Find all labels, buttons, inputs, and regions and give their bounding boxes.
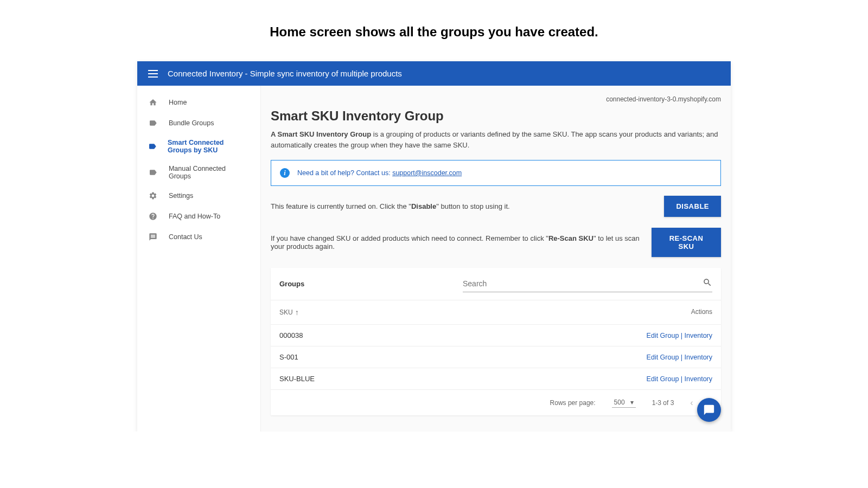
row-actions: Edit Group | Inventory [647, 375, 712, 383]
rescan-text: If you have changed SKU or added product… [271, 234, 652, 251]
sidebar-item-label: FAQ and How-To [169, 213, 220, 220]
label-icon [148, 142, 157, 151]
rescan-row: If you have changed SKU or added product… [271, 228, 721, 257]
table-row: 000038 Edit Group | Inventory [271, 324, 721, 346]
chat-fab[interactable] [697, 398, 721, 422]
gear-icon [148, 191, 158, 201]
sku-cell: 000038 [279, 331, 303, 339]
desc-lead: A Smart SKU Inventory Group [271, 130, 371, 138]
edit-group-link[interactable]: Edit Group [647, 354, 679, 361]
sidebar-item-smart-connected[interactable]: Smart Connected Groups by SKU [137, 133, 260, 159]
sidebar-item-settings[interactable]: Settings [137, 185, 260, 206]
page-description: A Smart SKU Inventory Group is a groupin… [271, 129, 721, 150]
sidebar-item-label: Bundle Groups [169, 119, 214, 127]
table-footer: Rows per page: 500 ▾ 1-3 of 3 ‹ › [271, 389, 721, 415]
prev-page-button[interactable]: ‹ [690, 398, 693, 408]
sidebar-item-label: Settings [169, 192, 193, 200]
menu-icon[interactable] [148, 70, 158, 78]
search-field[interactable] [463, 275, 712, 292]
info-icon: i [280, 168, 290, 178]
groups-title: Groups [279, 280, 304, 288]
support-email-link[interactable]: support@inscoder.com [392, 169, 462, 177]
chat-bubble-icon [703, 404, 715, 416]
search-icon[interactable] [703, 278, 712, 290]
label-icon [148, 118, 158, 128]
label-icon [148, 168, 158, 177]
home-icon [148, 98, 158, 107]
sidebar-item-label: Contact Us [169, 233, 202, 241]
row-actions: Edit Group | Inventory [647, 332, 712, 339]
sidebar-item-bundle-groups[interactable]: Bundle Groups [137, 113, 260, 133]
table-row: SKU-BLUE Edit Group | Inventory [271, 368, 721, 389]
sidebar-item-contact[interactable]: Contact Us [137, 227, 260, 247]
column-sku[interactable]: SKU↑ [279, 308, 299, 317]
help-icon [148, 211, 158, 221]
disable-row: This feature is currently turned on. Cli… [271, 196, 721, 217]
edit-group-link[interactable]: Edit Group [647, 332, 679, 339]
shop-url: connected-inventory-3-0.myshopify.com [271, 95, 721, 103]
help-banner: i Need a bit of help? Contact us: suppor… [271, 160, 721, 186]
app-header: Connected Inventory - Simple sync invent… [137, 61, 731, 86]
sidebar-item-faq[interactable]: FAQ and How-To [137, 206, 260, 227]
page-caption: Home screen shows all the groups you hav… [0, 24, 868, 40]
sidebar-item-label: Home [169, 99, 187, 106]
groups-card: Groups SKU↑ Actions 000038 Edit Group | [271, 268, 721, 415]
app-window: Connected Inventory - Simple sync invent… [137, 61, 731, 432]
table-row: S-001 Edit Group | Inventory [271, 346, 721, 368]
inventory-link[interactable]: Inventory [685, 375, 712, 383]
edit-group-link[interactable]: Edit Group [647, 375, 679, 383]
chevron-down-icon: ▾ [630, 399, 634, 406]
page-title: Smart SKU Inventory Group [271, 108, 721, 124]
main-content: connected-inventory-3-0.myshopify.com Sm… [261, 86, 731, 432]
rows-per-page-select[interactable]: 500 ▾ [612, 397, 636, 408]
search-input[interactable] [463, 279, 703, 288]
row-actions: Edit Group | Inventory [647, 354, 712, 361]
disable-button[interactable]: DISABLE [664, 196, 721, 217]
pagination-range: 1-3 of 3 [652, 399, 674, 407]
sidebar-item-label: Smart Connected Groups by SKU [168, 139, 250, 154]
app-title: Connected Inventory - Simple sync invent… [168, 69, 402, 78]
sidebar-item-manual-connected[interactable]: Manual Connected Groups [137, 159, 260, 185]
inventory-link[interactable]: Inventory [685, 354, 712, 361]
column-actions: Actions [691, 308, 712, 317]
sort-asc-icon: ↑ [295, 308, 299, 317]
sku-cell: S-001 [279, 353, 298, 361]
sidebar: Home Bundle Groups Smart Connected Group… [137, 86, 261, 432]
rows-per-page-label: Rows per page: [550, 399, 596, 407]
rescan-button[interactable]: RE-SCAN SKU [652, 228, 721, 257]
table-header: SKU↑ Actions [271, 300, 721, 324]
sku-cell: SKU-BLUE [279, 375, 315, 383]
inventory-link[interactable]: Inventory [685, 332, 712, 339]
help-text: Need a bit of help? Contact us: [297, 169, 392, 177]
disable-text: This feature is currently turned on. Cli… [271, 202, 510, 210]
sidebar-item-home[interactable]: Home [137, 92, 260, 113]
chat-icon [148, 232, 158, 242]
sidebar-item-label: Manual Connected Groups [169, 165, 250, 180]
